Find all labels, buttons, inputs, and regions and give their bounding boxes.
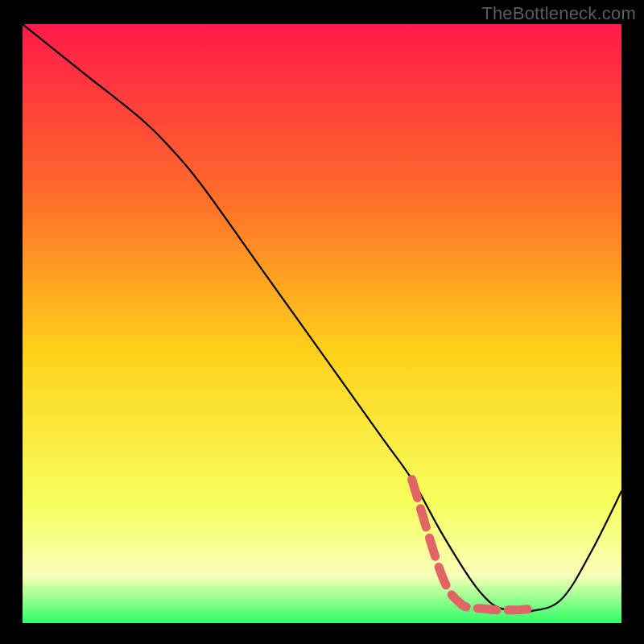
plot-area — [23, 24, 621, 623]
gradient-background — [23, 24, 621, 623]
plot-svg — [23, 24, 621, 623]
attribution-text: TheBottleneck.com — [481, 3, 636, 24]
chart-root: TheBottleneck.com — [0, 0, 644, 644]
